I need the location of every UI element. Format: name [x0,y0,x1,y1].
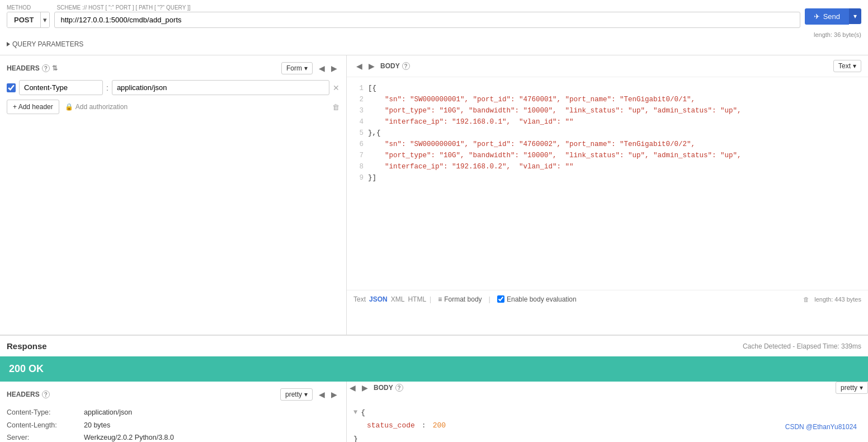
response-body-format-chevron: ▾ [860,384,863,392]
response-section: Response Cache Detected - Elapsed Time: … [0,335,868,442]
enable-eval-label: Enable body evaluation [507,295,577,303]
send-button[interactable]: ✈ Send [805,8,849,25]
headers-form-chevron: ▾ [304,64,308,72]
code-line-1: 1 [{ [352,83,862,94]
response-headers-nav-left[interactable]: ◀ [316,389,327,400]
headers-form-select[interactable]: Form ▾ [281,62,313,74]
code-line-9: 9 }] [352,172,862,184]
headers-panel-header: HEADERS ? ⇅ Form ▾ ◀ ▶ [7,62,339,74]
response-header-val-2: Werkzeug/2.0.2 Python/3.8.0 [84,431,174,442]
response-headers-format-label: pretty [285,391,302,398]
code-line-8: 8 "interface_ip": "192.168.0.2", "vlan_i… [352,161,862,172]
response-body-title: BODY ? [374,384,403,392]
response-body-format-select[interactable]: pretty ▾ [836,382,868,394]
enable-eval-checkbox[interactable] [497,295,504,303]
enable-eval-group: Enable body evaluation [497,295,577,303]
response-headers-table: Content-Type: application/json Content-L… [7,406,339,442]
body-length: 🗑 length: 443 bytes [803,296,861,303]
lock-icon: 🔒 [65,103,73,111]
body-format-tabs: Text JSON XML HTML | [353,295,431,303]
body-trash-icon[interactable]: 🗑 [803,296,809,303]
resp-code-line-close: } [353,432,861,442]
body-footer: Text JSON XML HTML | ≡ Format body | Ena… [347,290,868,308]
format-body-button[interactable]: ≡ Format body [438,295,482,303]
response-headers-header: HEADERS ? pretty ▾ ◀ ▶ [7,388,339,401]
url-length-info: length: 36 byte(s) [7,31,861,38]
status-bar: 200 OK [0,356,868,382]
send-icon: ✈ [814,12,820,21]
response-body-nav-right[interactable]: ▶ [359,382,370,393]
response-header-row-2: Server: Werkzeug/2.0.2 Python/3.8.0 [7,431,339,442]
response-headers-panel: HEADERS ? pretty ▾ ◀ ▶ Content-Type: [0,382,347,442]
headers-trash-icon[interactable]: 🗑 [332,103,339,111]
code-line-5: 5 },{ [352,128,862,139]
header-row-1: : ✕ [7,80,339,95]
response-headers-info-icon[interactable]: ? [42,391,50,398]
body-panel: ◀ ▶ BODY ? Text ▾ 1 [{ 2 [347,55,868,335]
watermark: CSDN @EthanYu81024 [785,423,857,431]
format-body-icon: ≡ [438,295,442,303]
headers-info-icon[interactable]: ? [42,64,50,72]
response-header-key-1: Content-Length: [7,419,79,432]
add-header-button[interactable]: + Add header [7,100,59,114]
url-wrapper: SCHEME :// HOST [ ":" PORT ] [ PATH [ "?… [54,4,800,28]
body-nav-right[interactable]: ▶ [366,60,377,72]
body-tab-json[interactable]: JSON [369,295,388,303]
response-header-row-1: Content-Length: 20 bytes [7,419,339,432]
response-headers-controls: pretty ▾ ◀ ▶ [280,388,339,401]
response-title: Response [7,341,47,351]
add-authorization-link[interactable]: 🔒 Add authorization [65,103,128,111]
add-auth-label: Add authorization [76,103,128,111]
headers-nav-right[interactable]: ▶ [328,63,339,74]
response-body-info-icon[interactable]: ? [395,384,403,392]
method-button[interactable]: POST [7,12,40,27]
body-code-editor[interactable]: 1 [{ 2 "sn": "SW000000001", "port_id": "… [347,77,868,290]
send-btn-group: ✈ Send ▾ [805,8,861,25]
body-info-icon[interactable]: ? [402,62,410,70]
header-key-input-1[interactable] [19,80,103,95]
status-text: 200 OK [9,363,44,374]
code-line-6: 6 "sn": "SW000000001", "port_id": "47600… [352,139,862,150]
method-select[interactable]: POST ▾ [7,12,50,28]
response-body-nav-arrows: ◀ ▶ [347,382,370,393]
url-row: METHOD POST ▾ SCHEME :// HOST [ ":" PORT… [7,4,861,28]
body-tab-xml[interactable]: XML [391,295,405,303]
add-header-label: + Add header [13,103,53,111]
send-dropdown-button[interactable]: ▾ [849,8,861,24]
response-headers-nav: ◀ ▶ [316,389,339,400]
response-main: HEADERS ? pretty ▾ ◀ ▶ Content-Type: [0,382,868,442]
body-tab-html[interactable]: HTML [408,295,426,303]
body-title: BODY ? [380,62,410,70]
query-params-chevron [7,42,10,46]
code-line-4: 4 "interface_ip": "192.168.0.1", "vlan_i… [352,116,862,128]
header-colon-1: : [106,83,108,92]
scheme-hint: SCHEME :// HOST [ ":" PORT ] [ PATH [ "?… [56,4,800,11]
resp-code-line-open: ▼ { [353,406,861,419]
body-tab-text[interactable]: Text [353,295,366,303]
response-header-row-0: Content-Type: application/json [7,406,339,419]
body-nav-arrows-left: ◀ ▶ [353,60,377,72]
response-body-format-label: pretty [841,384,857,392]
headers-nav-left[interactable]: ◀ [316,63,327,74]
elapsed-time: Cache Detected - Elapsed Time: 339ms [743,342,861,350]
response-headers-format-select[interactable]: pretty ▾ [280,388,313,401]
response-body-editor[interactable]: ▼ { status_code : 200 } [347,399,868,442]
header-delete-icon-1[interactable]: ✕ [333,83,339,92]
response-headers-nav-right[interactable]: ▶ [328,389,339,400]
url-input[interactable] [54,12,800,28]
method-dropdown-arrow[interactable]: ▾ [40,12,49,27]
body-pipe-2: | [489,295,490,303]
resp-collapse-icon[interactable]: ▼ [353,407,357,419]
headers-nav-arrows: ◀ ▶ [316,63,339,74]
response-body-panel: ◀ ▶ BODY ? pretty ▾ ▼ [347,382,868,442]
header-value-input-1[interactable] [112,80,329,95]
body-title-text: BODY [380,62,400,70]
body-tab-divider: | [430,295,431,303]
body-nav-left[interactable]: ◀ [353,60,365,72]
response-body-nav-left[interactable]: ◀ [347,382,358,393]
headers-sort-icon[interactable]: ⇅ [52,64,58,72]
body-panel-header: ◀ ▶ BODY ? Text ▾ [347,55,868,77]
header-checkbox-1[interactable] [7,83,16,92]
body-format-select[interactable]: Text ▾ [833,60,861,72]
query-params-row[interactable]: QUERY PARAMETERS [7,38,861,50]
